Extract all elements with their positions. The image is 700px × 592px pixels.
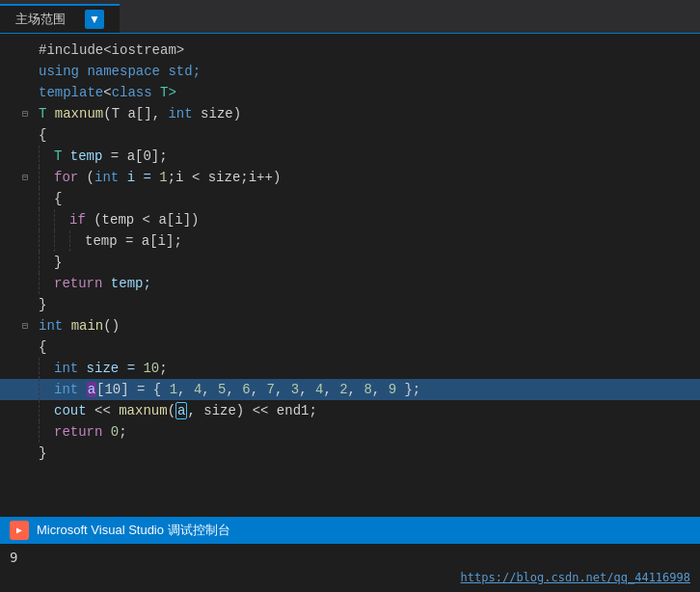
token: 1 (170, 382, 177, 397)
token: } (39, 445, 46, 461)
tab-title: 主场范围 (15, 11, 66, 28)
token: , (323, 382, 339, 397)
code-line: cout << maxnum(a, size) << end1; (0, 400, 700, 421)
token: T (39, 106, 55, 121)
code-content: T temp = a[0]; (39, 146, 700, 167)
token: temp = a[i]; (85, 233, 182, 249)
code-line: { (0, 336, 700, 358)
token: size = (78, 361, 143, 376)
token: temp (70, 148, 103, 164)
token: int (54, 361, 78, 376)
indent-guide (54, 209, 69, 230)
debug-icon-symbol: ▶ (16, 525, 22, 536)
token: } (54, 255, 62, 270)
token: , (299, 382, 315, 397)
token: 2 (339, 382, 347, 397)
token: 1 (159, 170, 167, 185)
collapse-button[interactable]: ⊟ (19, 108, 31, 120)
code-content: } (39, 445, 700, 461)
token: temp; (102, 276, 150, 291)
token: , (372, 382, 389, 397)
token: 7 (267, 382, 275, 397)
collapse-button[interactable]: ⊟ (19, 320, 31, 332)
token: cout (54, 403, 87, 418)
code-line: return temp; (0, 273, 700, 294)
token: { (54, 191, 62, 206)
code-line: ⊟T maxnum(T a[], int size) (0, 103, 700, 124)
token: 4 (315, 382, 323, 397)
token (63, 318, 70, 334)
debug-url[interactable]: https://blog.csdn.net/qq_44116998 (461, 571, 690, 584)
token: () (103, 318, 120, 334)
token: (T a[], (103, 106, 168, 121)
token: a (175, 402, 187, 419)
code-line: ⊟int main() (0, 315, 700, 336)
token: { (39, 339, 46, 355)
token: 5 (218, 382, 226, 397)
code-content: if (temp < a[i]) (39, 209, 700, 230)
token: 3 (291, 382, 299, 397)
token: int (168, 106, 192, 121)
debug-output-area: 9 https://blog.csdn.net/qq_44116998 (0, 544, 700, 592)
code-content: } (39, 252, 700, 273)
token: for (54, 170, 78, 185)
active-tab[interactable]: 主场范围 ▼ (0, 4, 120, 33)
token: ;i < size;i++) (168, 170, 282, 185)
token: a[0]; (127, 148, 168, 164)
code-content: return temp; (39, 273, 700, 294)
indent-guide (39, 379, 54, 400)
token: size) (193, 106, 241, 121)
token: < (103, 85, 111, 100)
collapse-button[interactable]: ⊟ (19, 172, 31, 183)
token: , (227, 382, 243, 397)
code-line: } (0, 294, 700, 315)
indent-guide (54, 230, 69, 252)
token (78, 382, 86, 397)
code-line: return 0; (0, 421, 700, 443)
token: return (54, 276, 102, 291)
code-content: return 0; (39, 421, 700, 443)
token: int (94, 170, 119, 185)
token: 6 (242, 382, 250, 397)
token: [10] = { (96, 382, 170, 397)
token: , (251, 382, 267, 397)
token: template (39, 85, 103, 100)
code-content: temp = a[i]; (39, 230, 700, 252)
token: , (275, 382, 291, 397)
token: ( (168, 403, 175, 418)
code-line: } (0, 252, 700, 273)
token: using namespace std; (39, 64, 201, 79)
token: (temp < a[i]) (86, 212, 200, 228)
token: 10 (143, 361, 159, 376)
token: main (71, 318, 104, 334)
indent-guide (39, 273, 54, 294)
token: ; (119, 424, 126, 440)
token (102, 424, 110, 440)
token: }; (396, 382, 420, 397)
code-content: { (39, 188, 700, 209)
tab-arrow[interactable]: ▼ (85, 10, 104, 29)
indent-guide (39, 146, 54, 167)
code-content: } (39, 297, 700, 312)
token: maxnum (119, 403, 167, 418)
indent-guide (69, 230, 85, 252)
token: 8 (363, 382, 371, 397)
code-line: temp = a[i]; (0, 230, 700, 252)
token: { (39, 127, 46, 143)
indent-guide (39, 167, 54, 188)
debug-output: 9 (10, 548, 17, 565)
debug-panel: ▶ Microsoft Visual Studio 调试控制台 (0, 517, 700, 544)
indent-guide (39, 252, 54, 273)
token: = (102, 148, 126, 164)
code-content: #include<iostream> (39, 42, 700, 58)
token: int (54, 382, 78, 397)
line-number: ⊟ (0, 320, 39, 332)
code-content: { (39, 339, 700, 355)
code-line: int a[10] = { 1, 4, 5, 6, 7, 3, 4, 2, 8,… (0, 379, 700, 400)
code-line: using namespace std; (0, 61, 700, 82)
token: , (202, 382, 218, 397)
code-line: } (0, 443, 700, 464)
code-content: T maxnum(T a[], int size) (39, 106, 700, 121)
token: , size) << end1; (187, 403, 316, 418)
code-line: #include<iostream> (0, 40, 700, 61)
